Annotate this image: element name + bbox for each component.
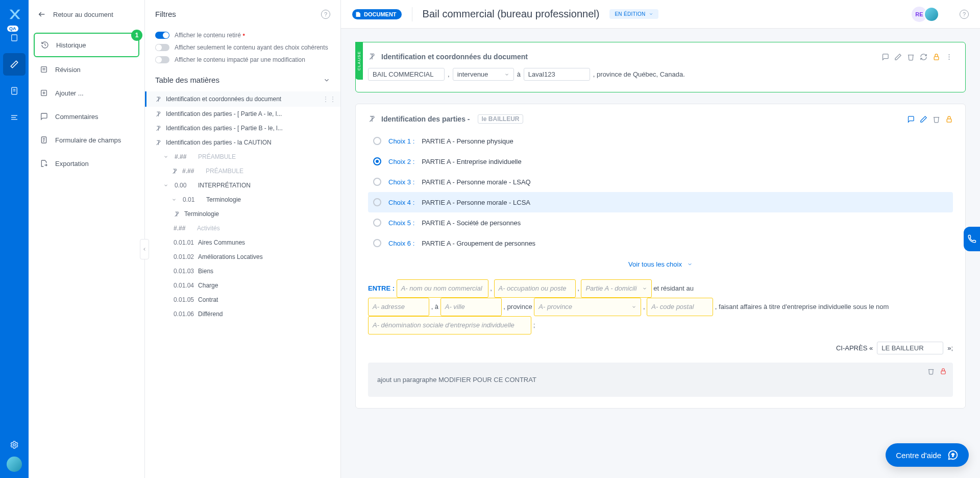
choice-option[interactable]: Choix 4 :PARTIE A - Personne morale - LC… <box>368 192 953 212</box>
filter-row[interactable]: Afficher le contenu retiré • <box>155 32 330 39</box>
document-title: Bail commercial (bureau professionnel) <box>423 8 600 20</box>
toc-item[interactable]: Identification des parties - [ Partie A … <box>145 107 340 121</box>
user-chip[interactable]: RE <box>912 7 939 22</box>
toc-title: Table des matières <box>155 76 219 84</box>
toc-item[interactable]: Identification des parties - la CAUTION <box>145 135 340 150</box>
field-ville[interactable]: A- ville <box>440 298 502 316</box>
radio[interactable] <box>373 157 381 165</box>
field-city[interactable]: Laval123 <box>524 68 590 81</box>
help-center-button[interactable]: Centre d'aide ? <box>886 443 969 467</box>
radio[interactable] <box>373 198 381 206</box>
choice-option[interactable]: Choix 1 :PARTIE A - Personne physique <box>368 131 953 151</box>
delete-icon[interactable] <box>927 368 935 375</box>
filter-row[interactable]: Afficher le contenu impacté par une modi… <box>155 56 330 63</box>
radio[interactable] <box>373 178 381 186</box>
toggle[interactable] <box>155 32 169 39</box>
rail-item-edit[interactable] <box>3 53 26 76</box>
toggle[interactable] <box>155 56 169 63</box>
toc-item[interactable]: 0.01.02Améliorations Locatives <box>145 250 340 264</box>
sidebar-item-exportation[interactable]: Exportation <box>34 152 139 175</box>
rail-item-list[interactable] <box>3 106 26 129</box>
toc-item[interactable]: #.##Activités <box>145 221 340 235</box>
app-logo[interactable] <box>6 6 22 22</box>
clause-title: Identification et coordonnées du documen… <box>381 53 528 61</box>
drag-handle-icon[interactable]: ⋮⋮ <box>322 95 336 103</box>
svg-point-44 <box>949 56 950 57</box>
radio[interactable] <box>373 137 381 145</box>
sidebar-item-commentaires[interactable]: Commentaires <box>34 105 139 128</box>
clause-identification-document: CLAUSE Identification et coordonnées du … <box>355 42 966 92</box>
sidebar-item-r-vision[interactable]: Révision <box>34 58 139 81</box>
delete-icon[interactable] <box>907 53 915 61</box>
field-denom[interactable]: A- dénomination sociale d'entreprise ind… <box>368 316 531 334</box>
status-chip[interactable]: EN ÉDITION <box>609 9 658 19</box>
edit-icon[interactable] <box>894 53 902 61</box>
sidebar-badge: 1 <box>131 30 142 41</box>
toc-item[interactable]: #.##PRÉAMBULE <box>145 164 340 178</box>
lock-icon[interactable] <box>945 115 953 123</box>
back-to-document[interactable]: Retour au document <box>29 0 144 29</box>
party-chip[interactable]: le BAILLEUR <box>478 114 523 124</box>
choice-option[interactable]: Choix 5 :PARTIE A - Société de personnes <box>368 212 953 233</box>
delete-icon[interactable] <box>933 115 940 123</box>
svg-line-10 <box>45 45 46 45</box>
added-paragraph: ajout un paragraphe MODIFIER POUR CE CON… <box>368 363 953 397</box>
collapse-panel-button[interactable] <box>140 239 149 259</box>
choice-option[interactable]: Choix 6 :PARTIE A - Groupement de person… <box>368 233 953 253</box>
choice-option[interactable]: Choix 2 :PARTIE A - Entreprise individue… <box>368 151 953 172</box>
sidebar-item-ajouter-[interactable]: Ajouter ... <box>34 82 139 104</box>
toc-item[interactable]: 0.01Terminologie <box>145 193 340 207</box>
field-intervene[interactable]: intervenue <box>453 68 514 81</box>
lock-icon[interactable] <box>933 53 940 61</box>
field-postal[interactable]: A- code postal <box>647 298 713 316</box>
more-icon[interactable] <box>945 53 953 61</box>
chevron-down-icon[interactable] <box>323 77 330 84</box>
field-province[interactable]: A- province <box>534 298 641 316</box>
comment-icon[interactable] <box>881 53 889 61</box>
toggle[interactable] <box>155 44 169 51</box>
help-icon[interactable]: ? <box>321 10 330 19</box>
toc-item[interactable]: Identification et coordonnées du documen… <box>145 91 340 107</box>
rail-avatar[interactable] <box>7 457 22 472</box>
toc-item[interactable]: #.##PRÉAMBULE <box>145 150 340 164</box>
filter-row[interactable]: Afficher seulement le contenu ayant des … <box>155 44 330 51</box>
choice-option[interactable]: Choix 3 :PARTIE A - Personne morale - LS… <box>368 172 953 192</box>
toc-item[interactable]: 0.01.03Biens <box>145 264 340 278</box>
field-ci-apres[interactable]: LE BAILLEUR <box>877 342 943 354</box>
see-all-choices[interactable]: Voir tous les choix <box>368 254 953 274</box>
edit-icon[interactable] <box>920 115 927 123</box>
toc-item[interactable]: 0.01.04Charge <box>145 278 340 293</box>
field-occupation[interactable]: A- occupation ou poste <box>494 279 576 298</box>
rail-item-doc[interactable] <box>3 80 26 102</box>
toc-item[interactable]: 0.00INTERPRÉTATION <box>145 178 340 193</box>
refresh-icon[interactable] <box>920 53 927 61</box>
sidebar-item-historique[interactable]: Historique1 <box>34 33 139 57</box>
caret-icon <box>163 154 170 159</box>
lock-icon[interactable] <box>940 368 947 375</box>
clause-mark-icon <box>155 139 162 146</box>
qa-badge: QA <box>7 26 18 32</box>
sidebar-item-formulaire-de-champs[interactable]: Formulaire de champs <box>34 129 139 151</box>
svg-text:?: ? <box>951 452 954 458</box>
field-doc-type[interactable]: BAIL COMMERCIAL <box>368 68 445 81</box>
document-chip[interactable]: DOCUMENT <box>352 9 402 19</box>
settings-icon[interactable] <box>10 440 19 449</box>
comment-icon[interactable] <box>907 115 915 123</box>
field-name[interactable]: A- nom ou nom commercial <box>397 279 488 298</box>
toc-item[interactable]: 0.01.06Différend <box>145 307 340 321</box>
toc-item[interactable]: Terminologie <box>145 207 340 221</box>
rail-item-qa[interactable]: QA <box>3 27 26 49</box>
svg-rect-42 <box>934 56 939 59</box>
toc-item[interactable]: 0.01.01Aires Communes <box>145 235 340 250</box>
radio[interactable] <box>373 219 381 227</box>
radio[interactable] <box>373 239 381 247</box>
ci-apres-prefix: CI-APRÈS « <box>836 344 873 352</box>
top-help-icon[interactable]: ? <box>960 10 969 19</box>
field-domicile[interactable]: Partie A - domicili <box>581 279 651 298</box>
user-avatar <box>924 7 939 22</box>
toc-item[interactable]: 0.01.05Contrat <box>145 293 340 307</box>
toc-item[interactable]: Identification des parties - [ Partie B … <box>145 121 340 135</box>
field-address[interactable]: A- adresse <box>368 298 429 316</box>
phone-tab[interactable] <box>964 227 980 251</box>
clause-mark-icon <box>172 168 178 175</box>
